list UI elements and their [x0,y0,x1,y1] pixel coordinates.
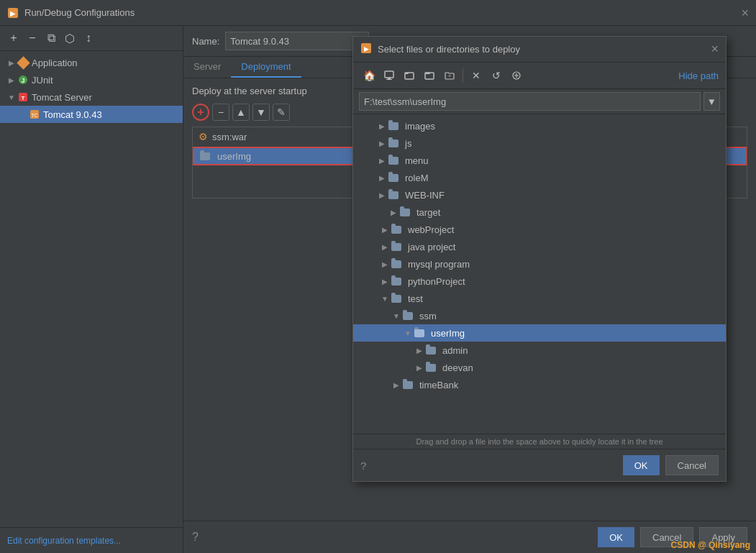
folder-icon-rolem [388,172,399,183]
svg-text:▶: ▶ [364,45,369,52]
arrow-target: ▶ [388,206,399,218]
tree-item-javaproject[interactable]: ▶ java project [353,238,726,255]
folder-icon-menu [388,155,399,166]
add-deploy-button[interactable]: + [192,104,209,121]
tree-item-webproject[interactable]: ▶ webProject [353,221,726,238]
move-down-deploy-button[interactable]: ▼ [252,104,270,121]
overlay-close-button[interactable]: × [711,42,719,57]
tree-item-web-inf[interactable]: ▶ WEB-INF [353,186,726,204]
hide-path-link[interactable]: Hide path [678,70,719,81]
arrow-junit: ▶ [6,74,17,86]
label-rolem: roleM [405,173,429,183]
tree-item-target[interactable]: ▶ target [353,204,726,221]
sidebar-item-tomcat-9043[interactable]: TC Tomcat 9.0.43 [0,106,183,123]
tree-item-rolem[interactable]: ▶ roleM [353,169,726,186]
move-up-deploy-button[interactable]: ▲ [232,104,250,121]
label-test: test [408,293,423,304]
tree-item-deevan[interactable]: ▶ deevan [353,359,726,376]
close-button[interactable]: × [741,6,749,19]
svg-text:TC: TC [31,113,37,118]
bottom-bar: ? OK Cancel Apply [183,521,756,553]
tree-item-userimg[interactable]: ▼ userImg [353,324,726,342]
sidebar-label-junit: JUnit [32,75,53,86]
add-config-button[interactable]: + [6,30,22,46]
label-timebank: timeBank [419,380,458,390]
title-bar-text: Run/Debug Configurations [24,7,741,18]
path-dropdown-button[interactable]: ▼ [703,92,720,111]
tree-item-menu[interactable]: ▶ menu [353,152,726,169]
tomcat-icon-9043: TC [29,109,40,120]
arrow-webproject: ▶ [379,224,391,235]
overlay-help-button[interactable]: ? [360,460,366,472]
home-toolbar-button[interactable]: 🏠 [360,67,378,84]
overlay-path-bar: ▼ [353,89,726,114]
arrow-tomcat-server: ▼ [6,91,17,103]
path-input[interactable] [359,92,701,111]
remove-config-button[interactable]: − [24,30,40,46]
move-config-button[interactable]: ⬡ [62,30,78,46]
folder-icon-web-inf [388,189,399,201]
tree-item-mysqlprogram[interactable]: ▶ mysql program [353,255,726,273]
module-toolbar-button[interactable] [421,67,438,84]
overlay-ok-button[interactable]: OK [623,455,660,475]
folder-icon-images [388,120,399,132]
clear-toolbar-button[interactable]: ✕ [468,67,485,84]
refresh-toolbar-button[interactable]: ↺ [488,67,505,84]
label-menu: menu [405,155,429,166]
edit-templates-link[interactable]: Edit configuration templates... [7,536,121,546]
new-folder-toolbar-button[interactable]: + [441,67,458,84]
arrow-js: ▶ [376,137,388,149]
tree-item-test[interactable]: ▼ test [353,290,726,307]
arrow-application: ▶ [6,57,17,68]
sidebar-toolbar: + − ⧉ ⬡ ↕ [0,26,183,51]
folder-icon-userimg-overlay [414,327,425,339]
help-button[interactable]: ? [192,531,199,544]
folder-icon-target [399,206,411,218]
svg-text:▶: ▶ [10,9,16,17]
tree-item-js[interactable]: ▶ js [353,134,726,152]
tree-item-ssm[interactable]: ▼ ssm [353,307,726,324]
expand-toolbar-button[interactable] [508,67,525,84]
arrow-images: ▶ [376,120,388,132]
label-js: js [405,138,411,149]
overlay-cancel-button[interactable]: Cancel [665,455,719,475]
sidebar-item-application[interactable]: ▶ Application [0,54,183,71]
overlay-toolbar: 🏠 + ✕ ↺ Hide path [353,63,726,89]
label-pythonproject: pythonProject [408,276,465,287]
label-web-inf: WEB-INF [405,190,445,201]
sidebar-item-tomcat-server[interactable]: ▼ T Tomcat Server [0,88,183,106]
overlay-icon: ▶ [360,42,372,56]
sidebar: + − ⧉ ⬡ ↕ ▶ Application ▶ [0,26,183,553]
tree-item-pythonproject[interactable]: ▶ pythonProject [353,273,726,290]
edit-deploy-button[interactable]: ✎ [273,104,290,121]
sidebar-item-junit[interactable]: ▶ J JUnit [0,71,183,88]
junit-icon: J [17,74,29,86]
folder-icon-test [391,293,402,304]
arrow-timebank: ▶ [391,379,402,390]
ok-button[interactable]: OK [598,527,634,547]
folder-icon-deevan [425,362,437,373]
desktop-toolbar-button[interactable] [381,67,398,84]
name-input[interactable] [225,32,369,50]
copy-config-button[interactable]: ⧉ [43,30,59,46]
overlay-title-text: Select files or directories to deploy [378,44,705,55]
tree-item-timebank[interactable]: ▶ timeBank [353,376,726,393]
sidebar-label-tomcat-server: Tomcat Server [32,92,92,103]
folder-icon-pythonproject [391,275,402,287]
project-toolbar-button[interactable] [401,67,418,84]
arrow-deevan: ▶ [414,362,425,373]
svg-text:J: J [21,77,24,84]
sort-config-button[interactable]: ↕ [81,30,96,46]
arrow-ssm: ▼ [391,310,402,321]
tree-item-images[interactable]: ▶ images [353,117,726,134]
arrow-web-inf: ▶ [376,189,388,201]
tomcat-icon-server: T [17,91,29,103]
folder-icon-js [388,137,399,149]
arrow-admin: ▶ [414,344,425,356]
tree-item-admin[interactable]: ▶ admin [353,342,726,359]
remove-deploy-button[interactable]: − [212,104,229,121]
arrow-pythonproject: ▶ [379,275,391,287]
svg-text:T: T [22,95,25,101]
tab-deployment[interactable]: Deployment [231,57,301,78]
tab-server[interactable]: Server [183,57,231,78]
